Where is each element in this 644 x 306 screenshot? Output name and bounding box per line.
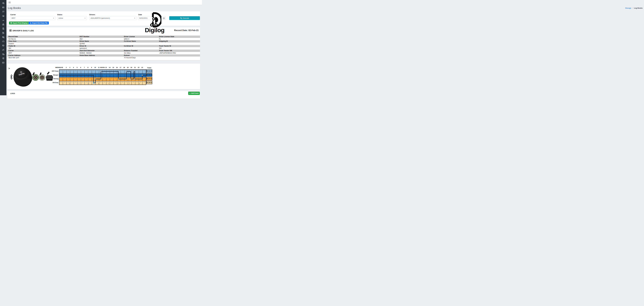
hour-label-3: 3 (70, 67, 70, 68)
table-header-cell: Home Base Address (78, 54, 123, 57)
table-value-cell: Eastern (7, 42, 78, 45)
hour-label-NOON: NOON (100, 67, 105, 68)
table-value-cell: QUINO (78, 42, 123, 45)
hour-label-2: 2 (66, 67, 66, 68)
table-header-cell: Ruleset (123, 54, 158, 57)
row-label-on: ON Duty (46, 81, 58, 84)
status-select[interactable]: Active (57, 16, 87, 20)
table-header-cell: Driver ID (78, 45, 123, 47)
status-label: Status (57, 14, 62, 16)
sidebar-item-cloud-upload[interactable] (0, 39, 6, 44)
table-header-cell: DOT Number (78, 36, 123, 38)
hour-label-11: 11 (98, 67, 100, 68)
page-title: Log Books (8, 6, 21, 10)
hour-label-19: 19 (127, 67, 128, 68)
table-header-cell: Driver License State (158, 36, 200, 38)
sidebar-item-device-calendar[interactable] (0, 52, 6, 56)
table-header-cell: Truck Tractor ID (158, 45, 200, 47)
hour-label-7: 7 (84, 67, 84, 68)
table-value-cell: 362 (7, 47, 78, 50)
table-header-cell: Time Zone (7, 40, 78, 42)
table-header-cell: Driver License (123, 36, 158, 38)
receipt-dollar-icon (2, 57, 4, 60)
speedometer-icon (2, 19, 4, 22)
table-header-cell (158, 54, 200, 57)
daily-log-title: DRIVER'S DAILY LOG (12, 30, 34, 32)
packages-icon (2, 23, 4, 26)
sidebar-item-warehouse-truck[interactable] (0, 14, 6, 18)
sidebar-item-users-gear[interactable] (0, 1, 6, 5)
table-header-cell: Truck Tractor VIN (158, 50, 200, 52)
chevron-down-icon (84, 18, 86, 18)
record-date-heading: Record Date: 02-Feb-21 (174, 29, 198, 32)
table-value-cell: 02-Feb-21 (7, 38, 78, 40)
table-header-cell: Record Date (7, 36, 78, 38)
tachograph-icon (2, 6, 4, 9)
sidebar-item-receipt-dollar[interactable] (0, 56, 6, 60)
table-value-cell: -JNPSAP9X9ED217652 (158, 52, 200, 54)
total-on: 00:34:51 (146, 81, 152, 84)
sidebar-item-clipboard-search[interactable] (0, 26, 6, 31)
eld-puck-device: Digilog (12, 66, 33, 88)
table-value-cell: FL (158, 38, 200, 40)
sidebar-item-user-question[interactable] (0, 10, 6, 14)
sidebar-item-id-card-list[interactable] (0, 60, 6, 65)
sidebar-item-fuel-pump[interactable] (0, 31, 6, 35)
row-label-sleeper: Sleeper (46, 73, 58, 77)
topbar (6, 0, 202, 5)
execute-button[interactable]: Execute (169, 16, 200, 20)
plus-icon: + (189, 92, 190, 94)
menu-toggle-icon[interactable] (8, 2, 11, 4)
carrier-select[interactable]: BRIT (10, 16, 56, 20)
table-value-cell (158, 42, 200, 45)
table-header-cell: Carrier (7, 50, 78, 52)
sidebar-item-server-search[interactable] (0, 35, 6, 39)
table-header-cell: Distance Traveled (123, 50, 158, 52)
drivers-select[interactable]: ADALBERTO (quinones1) (89, 16, 136, 20)
add-event-button[interactable]: + Add Event (188, 92, 200, 95)
carousel-next-button[interactable]: > (8, 65, 11, 72)
table-value-cell: 362 (158, 47, 200, 50)
export-eld-data-file-button[interactable]: Export ELD Data File (28, 22, 49, 24)
table-value-cell: quinones1 (78, 47, 123, 50)
duty-status-grid-svg (59, 69, 146, 85)
hour-label-18: 18 (123, 67, 125, 68)
table-value-cell: Q552-0 (123, 38, 158, 40)
calendar-icon (163, 17, 165, 19)
date-label: Date (138, 14, 142, 16)
table-value-cell (78, 56, 123, 59)
table-value-cell: 593926 - 594342 (78, 52, 123, 54)
table-value-cell: 411 Miles (123, 52, 158, 54)
daily-log-card: DRIVER'S DAILY LOG Record Date: 02-Feb-2… (7, 27, 200, 60)
table-value-cell (123, 47, 158, 50)
calendar-button[interactable] (162, 16, 166, 20)
hour-label-8: 8 (88, 67, 88, 68)
hour-label-17: 17 (120, 67, 121, 68)
sidebar-item-box-clock[interactable] (0, 44, 6, 48)
table-value-cell: BRIT (7, 52, 78, 54)
table-header-cell: Trailer ID (7, 45, 78, 47)
table-value-cell: 70 Hours/8 Days (123, 56, 158, 59)
sidebar-item-tachograph[interactable] (0, 5, 6, 10)
row-label-off: OFF Duty (46, 69, 58, 73)
hour-label-22: 22 (138, 67, 139, 68)
table-value-cell (123, 42, 158, 45)
engine-check-icon (2, 49, 4, 51)
chart-context-menu-icon[interactable] (10, 30, 12, 32)
sidebar-item-speedometer[interactable] (0, 18, 6, 22)
device-calendar-icon (2, 53, 4, 56)
sidebar-item-packages[interactable] (0, 22, 6, 26)
sidebar-item-engine-check[interactable] (0, 48, 6, 52)
total-off: 06:11:34 (146, 70, 152, 73)
table-header-cell: Shipping ID (158, 40, 200, 42)
users-gear-icon (2, 2, 4, 4)
chevron-down-icon (134, 18, 135, 18)
box-clock-icon (2, 44, 4, 47)
hour-label-20: 20 (130, 67, 132, 68)
date-input[interactable]: 02/02/2021 (138, 16, 162, 20)
cloud-upload-icon (2, 40, 4, 43)
total-sleeper: 10:35:41 (146, 73, 152, 77)
hour-label-4: 4 (73, 67, 74, 68)
search-icon (180, 17, 182, 19)
totals-header: Totals (146, 67, 152, 68)
